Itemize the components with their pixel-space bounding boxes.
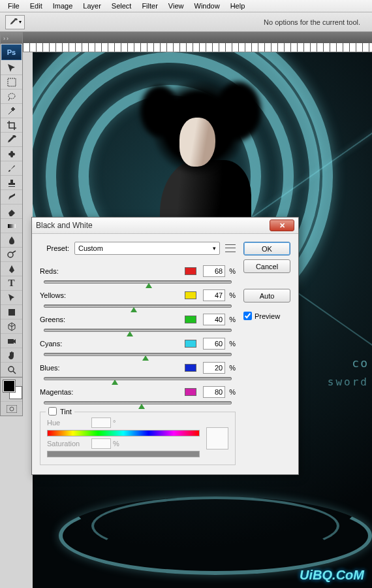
svg-rect-8 xyxy=(8,339,14,344)
color-value-input[interactable] xyxy=(203,265,225,277)
color-slider[interactable] xyxy=(44,327,232,334)
eyedropper-tool[interactable] xyxy=(1,133,22,147)
color-swatch xyxy=(185,340,196,348)
black-and-white-dialog: Black and White ✕ Preset: Custom Reds: %… xyxy=(31,217,299,475)
saturation-slider xyxy=(47,451,200,457)
history-brush-tool[interactable] xyxy=(1,190,22,204)
lasso-tool[interactable] xyxy=(1,90,22,104)
tool-preset-picker[interactable]: ▾ xyxy=(5,15,25,29)
slider-thumb-icon[interactable] xyxy=(142,355,149,361)
menu-bar: File Edit Image Layer Select Filter View… xyxy=(0,0,372,12)
hue-label: Hue xyxy=(47,419,87,427)
menu-view[interactable]: View xyxy=(163,0,189,12)
foreground-color[interactable] xyxy=(3,380,15,392)
quick-mask-toggle[interactable] xyxy=(1,401,22,416)
artwork-text: sword xyxy=(328,376,369,388)
ok-button[interactable]: OK xyxy=(243,242,290,255)
slider-thumb-icon[interactable] xyxy=(138,404,145,409)
tint-color-swatch xyxy=(206,427,228,449)
stamp-tool[interactable] xyxy=(1,176,22,190)
menu-filter[interactable]: Filter xyxy=(136,0,163,12)
menu-select[interactable]: Select xyxy=(106,0,137,12)
3d-tool[interactable] xyxy=(1,319,22,334)
type-tool[interactable]: T xyxy=(1,276,22,291)
zoom-tool[interactable] xyxy=(1,363,22,377)
slider-thumb-icon[interactable] xyxy=(146,283,152,288)
move-tool[interactable] xyxy=(1,61,22,75)
artwork-text: co xyxy=(352,356,369,370)
toolbox-grip[interactable]: ›› xyxy=(1,33,22,44)
percent-symbol: % xyxy=(229,364,236,372)
marquee-tool[interactable] xyxy=(1,75,22,90)
hand-tool[interactable] xyxy=(1,348,22,363)
menu-window[interactable]: Window xyxy=(189,0,225,12)
3d-camera-tool[interactable] xyxy=(1,334,22,348)
color-slider[interactable] xyxy=(44,351,232,358)
slider-thumb-icon[interactable] xyxy=(127,331,133,336)
preset-dropdown[interactable]: Custom xyxy=(74,242,220,255)
auto-button[interactable]: Auto xyxy=(243,289,290,302)
tint-group: Tint Hue° Saturation% xyxy=(40,412,236,465)
tint-checkbox[interactable] xyxy=(48,407,57,416)
dodge-tool[interactable] xyxy=(1,248,22,262)
menu-layer[interactable]: Layer xyxy=(78,0,106,12)
color-swatch xyxy=(185,316,196,323)
svg-point-6 xyxy=(8,252,13,257)
crop-tool[interactable] xyxy=(1,118,22,133)
brush-tool[interactable] xyxy=(1,161,22,176)
preset-menu-icon[interactable] xyxy=(225,243,236,253)
color-value-input[interactable] xyxy=(203,289,225,301)
saturation-input xyxy=(91,438,111,449)
gradient-tool[interactable] xyxy=(1,219,22,233)
close-button[interactable]: ✕ xyxy=(270,220,294,231)
blur-tool[interactable] xyxy=(1,233,22,248)
percent-symbol: % xyxy=(229,267,236,275)
color-label: Greens: xyxy=(40,316,185,323)
healing-tool[interactable] xyxy=(1,147,22,161)
dialog-titlebar[interactable]: Black and White ✕ xyxy=(32,218,298,234)
menu-file[interactable]: File xyxy=(3,0,25,12)
color-value-input[interactable] xyxy=(203,314,225,325)
color-label: Magentas: xyxy=(40,388,185,396)
percent-symbol: % xyxy=(229,316,236,323)
slider-thumb-icon[interactable] xyxy=(131,307,137,312)
wand-tool[interactable] xyxy=(1,104,22,118)
percent-symbol: % xyxy=(229,291,236,299)
cancel-button[interactable]: Cancel xyxy=(243,259,290,273)
svg-rect-7 xyxy=(8,309,15,316)
menu-help[interactable]: Help xyxy=(225,0,251,12)
percent-symbol: % xyxy=(229,388,236,396)
color-slider[interactable] xyxy=(44,400,232,406)
preset-label: Preset: xyxy=(40,244,69,252)
shape-tool[interactable] xyxy=(1,305,22,319)
color-value-input[interactable] xyxy=(203,362,225,374)
menu-image[interactable]: Image xyxy=(48,0,78,12)
color-slider[interactable] xyxy=(44,279,232,286)
preview-checkbox[interactable] xyxy=(243,312,252,320)
menu-edit[interactable]: Edit xyxy=(25,0,48,12)
options-bar: ▾ No options for the current tool. xyxy=(0,12,372,32)
percent-symbol: % xyxy=(229,340,236,348)
path-select-tool[interactable] xyxy=(1,291,22,305)
preview-label: Preview xyxy=(255,312,280,320)
document-tab-strip xyxy=(23,32,372,43)
svg-rect-4 xyxy=(8,186,15,187)
toolbox: ›› Ps T xyxy=(0,32,23,416)
app-badge: Ps xyxy=(1,44,22,60)
slider-thumb-icon[interactable] xyxy=(112,380,118,385)
close-icon: ✕ xyxy=(279,221,285,230)
pen-tool[interactable] xyxy=(1,262,22,276)
color-swatches[interactable] xyxy=(3,380,22,399)
saturation-label: Saturation xyxy=(47,440,87,448)
color-swatch xyxy=(185,267,196,275)
color-slider[interactable] xyxy=(44,376,232,382)
color-swatch xyxy=(185,291,196,299)
tint-label: Tint xyxy=(60,408,72,416)
color-value-input[interactable] xyxy=(203,386,225,398)
color-slider[interactable] xyxy=(44,303,232,310)
eraser-tool[interactable] xyxy=(1,204,22,219)
dialog-title: Black and White xyxy=(36,221,270,230)
watermark: UiBQ.CoM xyxy=(300,568,364,583)
color-swatch xyxy=(185,388,196,396)
color-value-input[interactable] xyxy=(203,338,225,350)
